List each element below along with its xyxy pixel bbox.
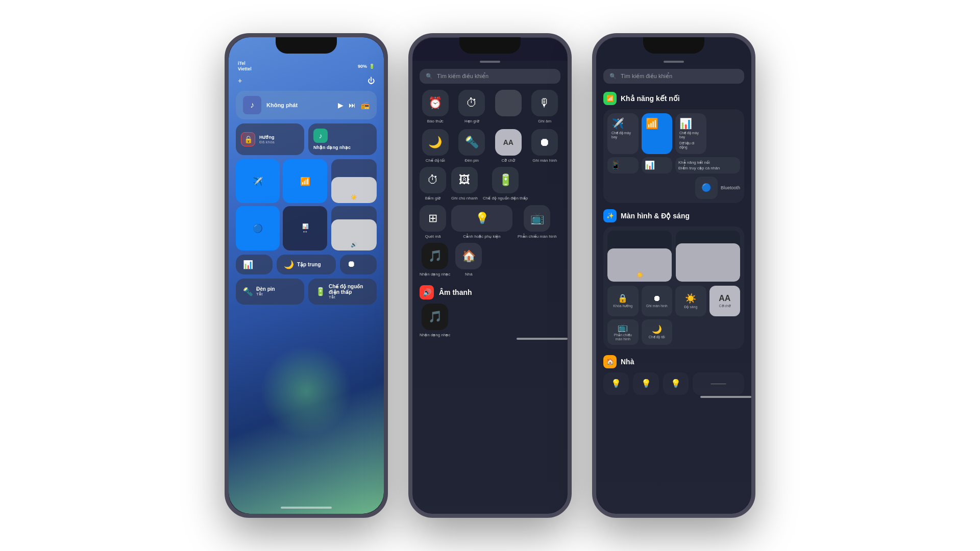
personal-hotspot-btn[interactable]: Khả năng kết nối Điểm truy cập cá nhân xyxy=(675,157,740,173)
mirror-btn-3[interactable]: 📺 Phản chiếu màn hình xyxy=(607,319,639,345)
wifi-btn-3[interactable]: 📶 xyxy=(642,113,673,154)
plus-icon[interactable]: + xyxy=(238,77,242,85)
screen-rec-label-3: Ghi màn hình xyxy=(646,304,668,308)
media-app-icon: ♪ xyxy=(243,96,261,114)
airplay-icon[interactable]: 📻 xyxy=(361,101,370,109)
search-bar-3[interactable]: 🔍 Tìm kiếm điều khiển xyxy=(603,69,744,84)
phone-2: 🔍 Tìm kiếm điều khiển ⏰ Báo thức ⏱ Hẹn g… xyxy=(408,33,572,518)
brightness-label: Độ sáng xyxy=(684,305,697,309)
font-size-item[interactable]: AA Cỡ chữ xyxy=(493,129,524,163)
power-icon[interactable]: ⏻ xyxy=(368,77,375,85)
search-bar-2[interactable]: 🔍 Tìm kiếm điều khiển xyxy=(420,69,560,84)
mirror-icon: 📺 xyxy=(530,212,544,225)
display-label: Màn hình & Độ sáng xyxy=(621,212,690,220)
home-icon-3: 🏠 xyxy=(606,358,614,365)
font-btn[interactable]: AA Cỡ chữ xyxy=(709,286,741,317)
bulb-icon-2: 💡 xyxy=(641,379,651,388)
slider-btn[interactable]: ——— xyxy=(693,372,744,395)
focus-btn[interactable]: 🌙 Tập trung xyxy=(277,255,336,274)
torch-icon: 🔦 xyxy=(465,136,479,149)
bulb-icon-3: 💡 xyxy=(671,379,681,388)
screen-rec-btn-3[interactable]: ⏺ Ghi màn hình xyxy=(642,286,673,317)
cellular-toggle[interactable]: 📊 ●● xyxy=(283,206,327,250)
home-indicator-2 xyxy=(517,338,568,340)
font-icon-wrap: AA xyxy=(495,129,522,156)
personal-hotspot-label2: Điểm truy cập cá nhân xyxy=(678,166,737,170)
bulb-icon-1: 💡 xyxy=(611,379,621,388)
focus-label: Tập trung xyxy=(297,262,321,267)
dark-label-3: Chế độ tối xyxy=(649,335,665,339)
lock-rotation-btn[interactable]: 🔒 Khóa hướng xyxy=(607,286,639,317)
display-buttons: 🔒 Khóa hướng ⏺ Ghi màn hình ☀️ Độ sáng A… xyxy=(607,286,740,345)
light-btn-1[interactable]: 💡 xyxy=(603,372,629,395)
qr-item[interactable]: ⊞ Quét mã xyxy=(420,205,446,239)
carrier-info: iTel Viettel xyxy=(238,61,252,71)
airplane-toggle[interactable]: ✈️ xyxy=(236,159,280,203)
sound-section-icon: 🔊 xyxy=(420,285,434,299)
shazam-shortcut[interactable]: ♪ Nhận dạng nhạc xyxy=(308,123,377,155)
wifi-toggle2[interactable]: 🔵 xyxy=(236,206,280,250)
carrier1: iTel xyxy=(238,61,252,66)
home-section-title: 🏠 Nhà xyxy=(596,353,751,372)
hotspot-btn[interactable]: 📱 xyxy=(607,157,639,173)
wifi-toggle[interactable]: 📶 xyxy=(283,159,327,203)
dark-mode-item[interactable]: 🌙 Chế độ tối xyxy=(420,129,451,163)
bluetooth-row: 🔵 Bluetooth xyxy=(607,177,740,199)
quick-note-icon: 🖼 xyxy=(459,173,470,187)
play-button[interactable]: ▶ xyxy=(338,101,344,109)
torch-item[interactable]: 🔦 Đèn pin xyxy=(456,129,488,163)
light-btn-3[interactable]: 💡 xyxy=(663,372,689,395)
flashlight-label: Đèn pin xyxy=(256,286,275,292)
blank-icon-wrap xyxy=(495,90,522,116)
bluetooth-icon: 🔵 xyxy=(701,183,712,192)
sliders: ☀️ 🔊 xyxy=(331,159,377,251)
shazam-item[interactable]: 🎵 Nhận dạng nhạc xyxy=(420,243,450,277)
volume-slider[interactable]: 🔊 xyxy=(331,206,377,250)
drag-handle-3 xyxy=(664,61,684,63)
connectivity-section-title: 📶 Khả năng kết nối xyxy=(596,90,751,109)
bluetooth-btn[interactable]: 🔵 xyxy=(695,177,718,199)
screen-rec-item[interactable]: ⏺ Ghi màn hình xyxy=(529,129,561,163)
battery-saver-btn[interactable]: 🔋 Chế độ nguồn điện thấp Tắt xyxy=(308,279,377,305)
home-section-icon: 🏠 xyxy=(603,355,617,368)
battery-icon: 🔋 xyxy=(369,64,375,69)
low-power-item[interactable]: 🔋 Chế độ nguồn điện thấp xyxy=(483,167,528,201)
dark-icon-wrap: 🌙 xyxy=(422,129,449,156)
flashlight-btn[interactable]: 🔦 Đèn pin Tắt xyxy=(236,279,304,305)
temp-slider[interactable] xyxy=(676,231,740,282)
brightness-icon: ☀️ xyxy=(351,194,357,200)
cellular-btn[interactable]: 📊 xyxy=(236,255,273,274)
timer-item[interactable]: ⏱ Hẹn giờ xyxy=(456,90,488,124)
lock-rotation-icon: 🔒 xyxy=(618,293,628,303)
low-power-wrap: 🔋 xyxy=(492,167,519,193)
direction-shortcut[interactable]: 🔒 Hướng Đã khóa xyxy=(236,123,304,155)
light-btn-2[interactable]: 💡 xyxy=(633,372,658,395)
light-item[interactable]: 💡 Cảnh hoặc phụ kiện xyxy=(451,205,512,239)
sound-shazam-item[interactable]: 🎵 Nhận dạng nhạc xyxy=(420,304,450,338)
media-card[interactable]: ♪ Không phát ▶ ⏭ 📻 xyxy=(236,91,377,119)
battery-saver-label: Chế độ nguồn điện thấp xyxy=(329,284,370,295)
quick-note-item[interactable]: 🖼 Ghi chú nhanh xyxy=(451,167,478,201)
forward-button[interactable]: ⏭ xyxy=(349,101,356,109)
cellular-btn-3[interactable]: 📊 xyxy=(642,157,673,173)
dark-btn-3[interactable]: 🌙 Chế độ tối xyxy=(642,319,673,345)
home-item[interactable]: 🏠 Nhà xyxy=(455,243,482,277)
volume-icon: 🔊 xyxy=(351,242,357,247)
stopwatch-item[interactable]: ⏱ Bấm giờ xyxy=(420,167,446,201)
brightness-slider[interactable]: ☀️ xyxy=(331,159,377,203)
record-btn[interactable]: ⏺ xyxy=(340,255,377,274)
alarm-item[interactable]: ⏰ Báo thức xyxy=(420,90,451,124)
lock-icon: 🔒 xyxy=(241,132,255,146)
voice-memo-item[interactable]: 🎙 Ghi âm xyxy=(529,90,561,124)
mobile-data-btn[interactable]: 📊 Chế độ máy bay Dữ liệu di động xyxy=(675,113,706,154)
home-icon: 🏠 xyxy=(462,249,476,263)
connectivity-section-icon: 📶 xyxy=(603,92,617,105)
airplane-btn[interactable]: ✈️ Chế độ máy bay xyxy=(607,113,639,154)
display-panel: ☀️ 🔒 Khóa hướng ⏺ Ghi màn hình xyxy=(603,227,744,349)
shazam-icon-2: 🎵 xyxy=(428,249,442,263)
brightness-btn[interactable]: ☀️ Độ sáng xyxy=(675,286,706,317)
brightness-slider-3[interactable]: ☀️ xyxy=(607,231,672,282)
quick-note-wrap: 🖼 xyxy=(451,167,478,193)
font-icon: AA xyxy=(503,138,513,146)
mirror-item[interactable]: 📺 Phản chiếu màn hình xyxy=(518,205,557,239)
